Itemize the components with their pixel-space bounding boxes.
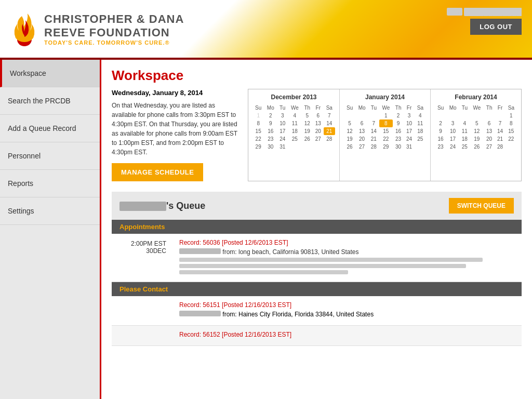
february-table: SuMoTuWeThFrSa 1 2345678 9101112131415 1… [435, 104, 517, 151]
page-title: Workspace [112, 68, 522, 84]
please-contact-row-1: Record: 56151 [Posted 12/16/2013 EST] fr… [112, 296, 522, 326]
january-title: January 2014 [344, 94, 426, 101]
december-table: SuMoTuWeThFrSa 1234567 891011121314 1516… [252, 104, 335, 151]
logo-icon [10, 11, 39, 47]
date-heading: Wednesday, January 8, 2014 [112, 89, 237, 97]
table-row: 16171819202122 [435, 135, 517, 143]
table-row: 232425262728 [435, 143, 517, 151]
table-row: 567891011 [344, 119, 426, 127]
table-row: 293031 [252, 143, 335, 151]
logout-button[interactable]: LOG OUT [470, 19, 522, 35]
username-blurred: ████████████ [464, 8, 522, 16]
sidebar-item-add-queue[interactable]: Add a Queue Record [0, 115, 100, 142]
sidebar-item-reports[interactable]: Reports [0, 170, 100, 197]
please-contact-row-2: Record: 56152 [Posted 12/16/2013 EST] [112, 326, 522, 346]
table-row: 2345678 [435, 119, 517, 127]
top-right-area: Hello ████████████ LOG OUT [447, 8, 522, 35]
table-row: 891011121314 [252, 119, 335, 127]
table-row: 262728293031 [344, 143, 426, 151]
workspace-info: Wednesday, January 8, 2014 On that Wedne… [112, 89, 237, 181]
calendar-december: December 2013 SuMoTuWeThFrSa 1234567 891… [248, 89, 339, 181]
hello-text: Hello ████████████ [447, 8, 522, 16]
table-row: 9101112131415 [435, 127, 517, 135]
manage-schedule-button[interactable]: MANAGE SCHEDULE [112, 163, 203, 181]
switch-queue-button[interactable]: SWITCH QUEUE [449, 198, 514, 214]
appointment-detail: Record: 56036 [Posted 12/6/2013 EST] fro… [174, 234, 522, 282]
please-contact-record-1: Record: 56151 [Posted 12/16/2013 EST] [179, 301, 516, 309]
sidebar-item-settings[interactable]: Settings [0, 197, 100, 225]
february-title: February 2014 [435, 94, 517, 101]
appointment-extra [179, 258, 516, 274]
appointment-record: Record: 56036 [Posted 12/6/2013 EST] [179, 239, 516, 246]
patient-name-blurred-2 [179, 311, 221, 316]
please-contact-time-empty-2 [112, 326, 174, 345]
please-contact-header: Please Contact [112, 282, 522, 296]
table-row: 22232425262728 [252, 135, 335, 143]
logo-text: Christopher & Dana Reeve Foundation TODA… [44, 12, 184, 46]
sidebar-item-personnel[interactable]: Personnel [0, 142, 100, 170]
table-row: 19202122232425 [344, 135, 426, 143]
workspace-description: On that Wednesday, you are listed as ava… [112, 101, 237, 157]
calendar-container: December 2013 SuMoTuWeThFrSa 1234567 891… [248, 89, 522, 181]
queue-header: 's Queue SWITCH QUEUE [112, 192, 522, 220]
table-row: 15161718192021 [252, 127, 335, 135]
december-title: December 2013 [252, 94, 335, 101]
please-contact-record-2: Record: 56152 [Posted 12/16/2013 EST] [179, 331, 516, 338]
january-table: SuMoTuWeThFrSa 1234 567891011 1213141516… [344, 104, 426, 151]
queue-section: 's Queue SWITCH QUEUE Appointments 2:00P… [112, 192, 522, 346]
sidebar: Workspace Search the PRCDB Add a Queue R… [0, 60, 101, 399]
sidebar-item-search-prcdb[interactable]: Search the PRCDB [0, 87, 100, 115]
table-row: 1 [435, 112, 517, 119]
queue-title: 's Queue [119, 201, 205, 211]
org-name-line1: Christopher & Dana [44, 12, 184, 26]
appointments-header: Appointments [112, 220, 522, 234]
sidebar-item-workspace[interactable]: Workspace [0, 60, 100, 87]
tagline: TODAY'S CARE. TOMORROW'S CURE.® [44, 39, 184, 46]
main-content: Workspace Wednesday, January 8, 2014 On … [101, 60, 532, 399]
queue-owner-blurred [119, 202, 166, 211]
header: Christopher & Dana Reeve Foundation TODA… [0, 0, 532, 60]
appointment-row: 2:00PM EST30DEC Record: 56036 [Posted 12… [112, 234, 522, 282]
table-row: 12131415161718 [344, 127, 426, 135]
appointment-time: 2:00PM EST30DEC [112, 234, 174, 282]
table-row: 1234567 [252, 112, 335, 119]
main-layout: Workspace Search the PRCDB Add a Queue R… [0, 60, 532, 399]
please-contact-from-1: from: Haines City Florida, Florida 33844… [179, 311, 516, 318]
please-contact-detail-2: Record: 56152 [Posted 12/16/2013 EST] [174, 326, 522, 345]
calendar-february: February 2014 SuMoTuWeThFrSa 1 2345678 9… [430, 89, 521, 181]
calendar-january: January 2014 SuMoTuWeThFrSa 1234 5678910… [339, 89, 430, 181]
logo-area: Christopher & Dana Reeve Foundation TODA… [10, 11, 184, 47]
patient-name-blurred [179, 248, 221, 254]
appointment-from: from: long beach, California 90813, Unit… [179, 248, 516, 256]
please-contact-detail-1: Record: 56151 [Posted 12/16/2013 EST] fr… [174, 296, 522, 325]
table-row: 1234 [344, 112, 426, 119]
org-name-line2: Reeve Foundation [44, 26, 184, 39]
workspace-top: Wednesday, January 8, 2014 On that Wedne… [112, 89, 522, 181]
please-contact-time-empty [112, 296, 174, 325]
